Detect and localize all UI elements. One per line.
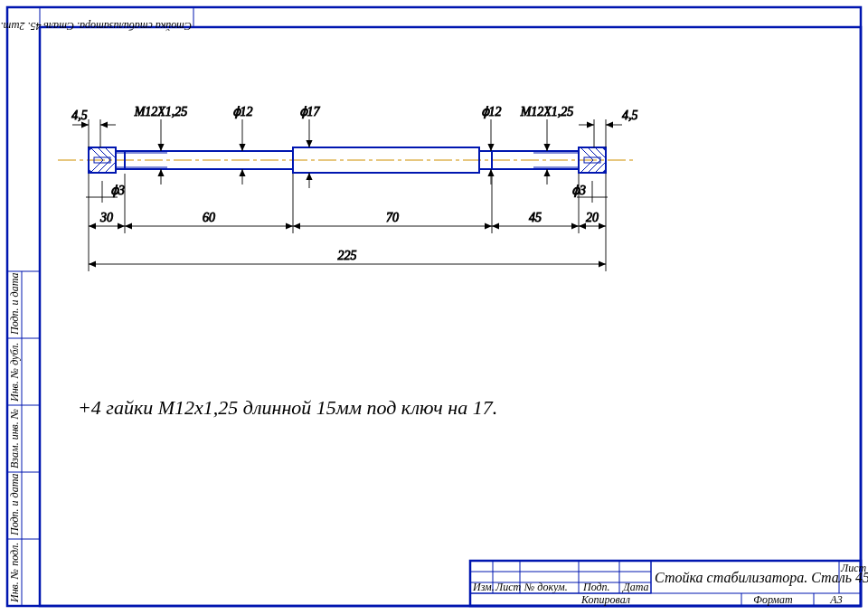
tb-col-sign: Подп. [582,581,610,593]
svg-line-14 [90,147,103,160]
side-strip: Инв. № подл. Подп. и дата Взам. инв. № И… [7,271,40,606]
tb-fmt-lbl: Формат [753,593,793,606]
dimensions: 4,5 M12X1,25 ϕ12 ϕ17 ϕ12 M12X1,25 4,5 [71,105,637,271]
dim-l45: 45 [529,211,542,224]
side-row-2: Взам. инв. № [8,409,21,468]
dim-d2: 4,5 [622,109,638,122]
length-chain: 30 60 70 45 20 [89,174,606,233]
dim-phi17: ϕ17 [299,105,321,118]
outer-frame [7,7,861,606]
svg-line-12 [98,160,110,173]
part-view [58,147,633,173]
technical-note: +4 гайки М12х1,25 длинной 15мм под ключ … [78,396,497,419]
dim-l70: 70 [386,211,399,224]
tb-copy: Копировал [580,593,630,606]
tb-col-izm: Изм. [472,581,495,593]
dim-l30: 30 [99,211,113,224]
top-title-tab: Стойка стабилизатора. Сталь 45. 2шт. [1,7,193,33]
tb-sheet: Лист [840,562,866,574]
svg-line-36 [588,147,600,160]
side-row-1: Подп. и дата [8,474,21,536]
top-title-text: Стойка стабилизатора. Сталь 45. 2шт. [1,20,192,33]
svg-line-15 [98,147,110,160]
svg-line-11 [90,160,103,173]
tb-fmt: А3 [829,593,842,606]
dim-l60: 60 [203,211,215,224]
dim-l20: 20 [586,211,599,224]
dim-l225: 225 [338,249,357,262]
drawing-title: Стойка стабилизатора. Сталь 45. 2шт. [655,570,868,586]
tb-col-date: Дата [622,581,648,593]
svg-line-32 [580,160,593,173]
drawing-sheet: Стойка стабилизатора. Сталь 45. 2шт. Инв… [0,0,868,615]
dim-d1: 4,5 [71,109,88,122]
svg-line-33 [588,160,600,173]
dim-phi3a: ϕ3 [110,184,125,197]
tb-col-doc: № докум. [524,581,568,593]
title-block: Изм. Лист № докум. Подп. Дата Стойка ста… [470,561,868,606]
side-row-4: Подп. и дата [8,273,21,336]
dim-phi12b: ϕ12 [481,105,502,118]
tb-col-list: Лист [495,581,521,593]
dim-m1: M12X1,25 [134,105,188,118]
side-row-3: Инв. № дубл. [8,343,21,402]
side-row-0: Инв. № подл. [8,543,21,603]
svg-line-35 [580,147,593,160]
dim-m2: M12X1,25 [520,105,574,118]
dim-phi12a: ϕ12 [232,105,253,118]
